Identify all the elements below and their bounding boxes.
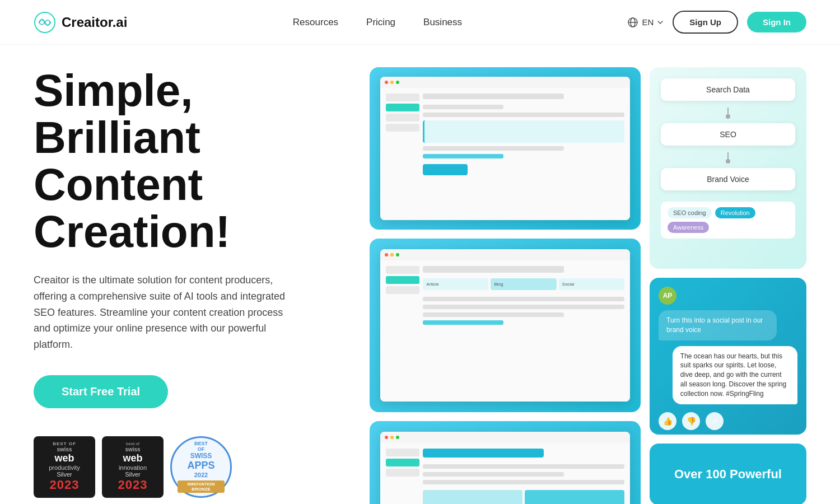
nav-links: Resources Pricing Business: [293, 17, 462, 28]
repurpose-prompt: Turn this into a social post in our bran…: [659, 310, 777, 340]
flow-card: Search Data SEO Brand Voice SEO coding R…: [650, 67, 806, 269]
start-free-trial-button[interactable]: Start Free Trial: [34, 375, 168, 408]
nav-business[interactable]: Business: [423, 17, 462, 27]
flow-connector-2: [727, 152, 729, 161]
logo[interactable]: Creaitor.ai: [34, 11, 127, 34]
repurpose-card: AP Turn this into a social post in our b…: [650, 278, 806, 435]
screenshot-card-2: Article Blog Social: [370, 239, 641, 412]
hero-description: Creaitor is the ultimate solution for co…: [34, 272, 302, 353]
screenshot-column-left: Article Blog Social: [370, 67, 641, 504]
nav-right: EN Sign Up Sign In: [627, 11, 806, 34]
globe-icon: [627, 17, 638, 28]
signin-button[interactable]: Sign In: [747, 12, 806, 32]
repurpose-header: AP: [659, 287, 797, 305]
hero-right: Article Blog Social: [370, 67, 806, 504]
logo-text: Creaitor.ai: [62, 15, 127, 30]
thumbs-down-button[interactable]: 👎: [682, 412, 700, 430]
screenshot-card-3: [370, 421, 641, 504]
screenshot-card-1: [370, 67, 641, 230]
share-button[interactable]: ↗: [706, 412, 724, 430]
logo-icon: [34, 11, 56, 34]
hero-left: Simple, Brilliant Content Creation! Crea…: [34, 67, 347, 504]
flow-item-search-data: Search Data: [661, 78, 795, 101]
awards-badges: best of swiss web productivity Silver 20…: [34, 436, 347, 498]
flow-item-seo: SEO: [661, 123, 795, 146]
main-content: Simple, Brilliant Content Creation! Crea…: [0, 45, 840, 504]
badge-innovation: best of swiss web innovation Silver 2023: [102, 436, 164, 498]
badge-apps: BEST OF SWISS APPS 2022 INNOVATION BRONZ…: [170, 436, 232, 498]
user-avatar: AP: [659, 287, 676, 305]
language-selector[interactable]: EN: [627, 17, 664, 28]
repurpose-actions: 👍 👎 ↗: [659, 412, 797, 430]
thumbs-up-button[interactable]: 👍: [659, 412, 676, 430]
nav-pricing[interactable]: Pricing: [366, 17, 395, 27]
nav-resources[interactable]: Resources: [293, 17, 338, 27]
flow-connector-1: [727, 108, 729, 116]
screenshot-column-right: Search Data SEO Brand Voice SEO coding R…: [650, 67, 806, 504]
navbar: Creaitor.ai Resources Pricing Business E…: [0, 0, 840, 45]
over100-text: Over 100 Powerful: [674, 467, 782, 482]
repurpose-response: The ocean has our hearts, but this suit …: [673, 346, 797, 404]
hero-title: Simple, Brilliant Content Creation!: [34, 67, 347, 255]
lang-label: EN: [642, 17, 654, 27]
badge-productivity: best of swiss web productivity Silver 20…: [34, 436, 95, 498]
chevron-down-icon: [657, 19, 664, 26]
flow-history-bar: SEO coding Revolution Awareness: [661, 202, 795, 239]
flow-item-brand-voice: Brand Voice: [661, 168, 795, 190]
signup-button[interactable]: Sign Up: [673, 11, 738, 34]
over100-card: Over 100 Powerful: [650, 444, 806, 504]
